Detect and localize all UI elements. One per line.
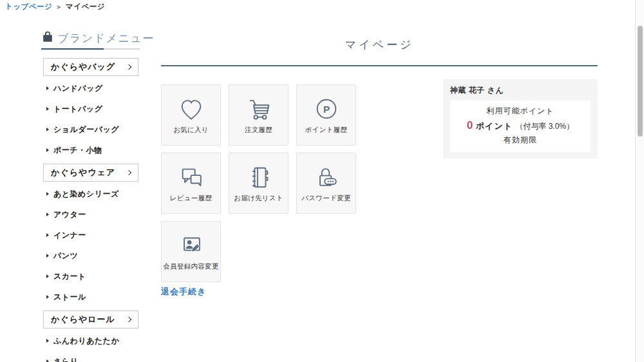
triangle-bullet-icon (46, 339, 49, 343)
sidebar-item-label: ポーチ・小物 (53, 145, 102, 156)
sidebar-item-stole[interactable]: ストール (46, 287, 140, 307)
mypage-screen: トップページ ＞ マイページ ブランドメニュー かぐらやバッグ ハンドバッグ ト… (0, 0, 644, 362)
tile-label: 会員登録内容変更 (163, 262, 218, 271)
points-box: 利用可能ポイント 0 ポイント （付与率 3.0%） 有効期限 (450, 100, 591, 152)
review-bubbles-icon (176, 164, 206, 191)
sidebar-item-label: あと染めシリーズ (53, 189, 119, 200)
member-edit-icon (176, 232, 206, 259)
sidebar-item-shoulderbag[interactable]: ショルダーバッグ (46, 119, 140, 140)
sidebar-item-funwari[interactable]: ふんわりあたたか (46, 330, 140, 351)
scrollbar-track[interactable] (635, 0, 644, 362)
tile-review-history[interactable]: レビュー履歴 (161, 153, 221, 214)
sidebar-item-sarari[interactable]: さらり (46, 351, 140, 362)
sidebar-group-roll-items: ふんわりあたたか さらり (41, 330, 140, 362)
triangle-bullet-icon (46, 359, 49, 362)
sidebar-item-pants[interactable]: パンツ (46, 245, 140, 266)
breadcrumb-separator: ＞ (55, 3, 62, 12)
sidebar-item-label: トートバッグ (53, 104, 102, 115)
user-name: 神蔵 花子 さん (450, 85, 591, 96)
tile-address-list[interactable]: お届け先リスト (229, 153, 289, 214)
sidebar-category-wear[interactable]: かぐらやウェア (43, 164, 138, 182)
tile-label: パスワード変更 (301, 194, 351, 203)
brand-menu-underline (41, 48, 140, 50)
triangle-bullet-icon (46, 107, 49, 111)
sidebar-group-bags-items: ハンドバッグ トートバッグ ショルダーバッグ ポーチ・小物 (41, 78, 140, 160)
brand-menu-title: ブランドメニュー (57, 31, 155, 46)
tile-label: ポイント履歴 (305, 126, 348, 135)
chevron-right-icon (126, 64, 131, 70)
password-lock-icon (312, 164, 341, 191)
sidebar-item-outer[interactable]: アウター (46, 204, 140, 225)
sidebar-item-label: アウター (53, 209, 86, 220)
triangle-bullet-icon (46, 254, 49, 258)
triangle-bullet-icon (46, 128, 49, 131)
tile-favorites[interactable]: お気に入り (161, 84, 221, 146)
sidebar-item-pouch[interactable]: ポーチ・小物 (46, 140, 140, 160)
available-points-label: 利用可能ポイント (453, 106, 588, 117)
sidebar-item-label: パンツ (53, 251, 78, 262)
breadcrumb-current: マイページ (66, 2, 105, 12)
points-rate-note: （付与率 3.0%） (515, 122, 574, 131)
chevron-right-icon (126, 317, 131, 322)
user-points-panel: 神蔵 花子 さん 利用可能ポイント 0 ポイント （付与率 3.0%） 有効期限 (443, 79, 598, 158)
triangle-bullet-icon (46, 233, 49, 237)
sidebar-item-inner[interactable]: インナー (46, 225, 140, 245)
sidebar-item-handbag[interactable]: ハンドバッグ (46, 78, 140, 99)
points-unit: ポイント (476, 121, 513, 131)
tile-order-history[interactable]: 注文履歴 (229, 84, 289, 146)
triangle-bullet-icon (46, 295, 49, 299)
sidebar-category-label: かぐらやバッグ (51, 61, 115, 73)
sidebar-category-bags[interactable]: かぐらやバッグ (43, 58, 138, 76)
sidebar-item-label: インナー (53, 230, 86, 241)
tile-label: お気に入り (173, 126, 209, 135)
sidebar-item-label: ふんわりあたたか (53, 336, 119, 347)
sidebar-item-skirt[interactable]: スカート (46, 266, 140, 287)
shopping-bag-icon (41, 30, 54, 46)
breadcrumb: トップページ ＞ マイページ (5, 2, 105, 12)
brand-menu-sidebar: ブランドメニュー かぐらやバッグ ハンドバッグ トートバッグ ショルダーバッグ … (41, 30, 140, 362)
triangle-bullet-icon (46, 192, 49, 196)
triangle-bullet-icon (46, 148, 49, 152)
triangle-bullet-icon (46, 213, 49, 216)
chevron-right-icon (126, 170, 131, 175)
tile-member-edit[interactable]: 会員登録内容変更 (161, 221, 221, 282)
tile-label: 注文履歴 (245, 126, 272, 135)
cart-icon (244, 95, 274, 122)
tile-label: レビュー履歴 (170, 194, 213, 203)
scrollbar-thumb[interactable] (638, 26, 643, 137)
sidebar-item-label: ハンドバッグ (53, 83, 103, 94)
point-circle-icon: P (312, 95, 341, 122)
triangle-bullet-icon (46, 274, 49, 278)
title-divider (161, 65, 598, 66)
mypage-tile-grid: お気に入り 注文履歴 (161, 84, 364, 282)
withdraw-procedure-link[interactable]: 退会手続き (161, 286, 206, 298)
tile-password-change[interactable]: パスワード変更 (296, 153, 356, 214)
sidebar-item-label: ショルダーバッグ (53, 124, 119, 135)
tile-point-history[interactable]: P ポイント履歴 (296, 84, 356, 146)
sidebar-item-label: スカート (53, 271, 86, 282)
sidebar-category-roll[interactable]: かぐらやロール (43, 310, 138, 329)
sidebar-category-label: かぐらやロール (51, 314, 115, 325)
sidebar-item-label: さらり (53, 356, 78, 362)
svg-text:P: P (323, 104, 329, 115)
tile-label: お届け先リスト (234, 194, 283, 203)
triangle-bullet-icon (46, 86, 49, 90)
page-title: マイページ (161, 37, 598, 52)
sidebar-group-wear-items: あと染めシリーズ アウター インナー パンツ スカート ストール (41, 184, 140, 307)
points-line: 0 ポイント （付与率 3.0%） (453, 119, 588, 132)
sidebar-item-atozome[interactable]: あと染めシリーズ (46, 184, 140, 204)
sidebar-category-label: かぐらやウェア (51, 167, 115, 178)
heart-icon (176, 95, 206, 122)
points-value: 0 (467, 119, 473, 131)
expiry-label: 有効期限 (453, 135, 588, 146)
sidebar-item-totebag[interactable]: トートバッグ (46, 99, 140, 119)
address-book-icon (244, 164, 274, 191)
brand-menu-header: ブランドメニュー (41, 30, 140, 46)
sidebar-item-label: ストール (53, 292, 86, 303)
breadcrumb-home-link[interactable]: トップページ (5, 2, 52, 12)
